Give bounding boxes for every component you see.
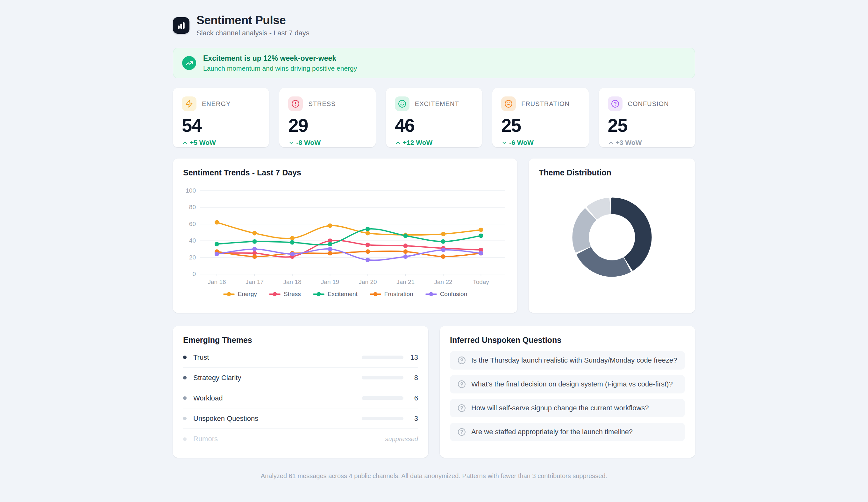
legend-item-confusion[interactable]: Confusion: [425, 291, 467, 297]
question-text: Are we staffed appropriately for the lau…: [471, 428, 633, 436]
metric-value: 25: [501, 116, 579, 135]
theme-row-unspoken-questions: Unspoken Questions3: [183, 408, 418, 429]
metric-value: 54: [182, 116, 260, 135]
insight-title: Excitement is up 12% week-over-week: [203, 54, 357, 63]
legend-item-stress[interactable]: Stress: [269, 291, 301, 297]
trending-up-icon-badge: [182, 56, 196, 70]
theme-list: Trust13Strategy Clarity8Workload6Unspoke…: [183, 347, 418, 449]
sentiment-trends-chart: 100806040200Jan 16Jan 17Jan 18Jan 19Jan …: [183, 182, 507, 289]
metric-delta: +3 WoW: [608, 139, 686, 146]
donut-chart-title: Theme Distribution: [539, 168, 685, 177]
chevron-up-icon: [395, 140, 401, 146]
svg-text:Jan 21: Jan 21: [396, 279, 415, 285]
metric-label: STRESS: [308, 100, 335, 107]
legend-item-energy[interactable]: Energy: [223, 291, 257, 297]
zap-icon: [185, 100, 193, 108]
unspoken-questions-card: Inferred Unspoken Questions Is the Thurs…: [440, 326, 695, 458]
metric-head: ENERGY: [182, 96, 260, 111]
metric-head: EXCITEMENT: [395, 96, 473, 111]
theme-label: Workload: [193, 394, 223, 402]
chart-legend: EnergyStressExcitementFrustrationConfusi…: [183, 291, 507, 297]
theme-dot: [183, 356, 187, 359]
theme-count: 13: [403, 353, 418, 362]
trending-up-icon: [186, 60, 193, 67]
legend-item-frustration[interactable]: Frustration: [370, 291, 413, 297]
emerging-themes-card: Emerging Themes Trust13Strategy Clarity8…: [173, 326, 428, 458]
question-item[interactable]: How will self-serve signup change the cu…: [450, 399, 685, 417]
metric-delta-text: -6 WoW: [509, 139, 534, 146]
legend-item-excitement[interactable]: Excitement: [313, 291, 358, 297]
theme-bar-track: [362, 356, 403, 359]
theme-row-trust: Trust13: [183, 347, 418, 368]
legend-label: Frustration: [384, 291, 413, 297]
theme-label: Unspoken Questions: [193, 415, 258, 423]
sentiment-trends-card: Sentiment Trends - Last 7 Days 100806040…: [173, 158, 517, 313]
footer-note: Analyzed 61 messages across 4 public cha…: [173, 472, 695, 480]
legend-marker-icon: [370, 292, 381, 296]
metric-delta: +12 WoW: [395, 139, 473, 146]
theme-label: Rumors: [193, 435, 218, 443]
theme-count: 8: [403, 374, 418, 382]
metric-delta: -6 WoW: [501, 139, 579, 146]
legend-marker-icon: [313, 292, 324, 296]
chevron-down-icon: [501, 140, 507, 146]
theme-distribution-donut: [571, 196, 653, 279]
theme-dot: [183, 396, 187, 400]
theme-suppressed: suppressed: [385, 436, 418, 443]
theme-row-workload: Workload6: [183, 388, 418, 408]
svg-text:Jan 20: Jan 20: [359, 279, 377, 285]
legend-label: Stress: [284, 291, 301, 297]
metric-label: CONFUSION: [628, 100, 669, 107]
theme-bar-track: [362, 396, 403, 400]
theme-bar-track: [362, 376, 403, 379]
theme-distribution-card: Theme Distribution: [529, 158, 695, 313]
legend-marker-icon: [425, 292, 437, 296]
help-circle-icon: [611, 100, 619, 108]
legend-label: Excitement: [328, 291, 358, 297]
question-item[interactable]: What's the final decision on design syst…: [450, 375, 685, 394]
theme-dot: [183, 417, 187, 420]
emerging-themes-title: Emerging Themes: [183, 335, 418, 345]
charts-row: Sentiment Trends - Last 7 Days 100806040…: [173, 158, 695, 313]
theme-row-rumors: Rumorssuppressed: [183, 429, 418, 449]
metric-delta-text: +12 WoW: [403, 139, 433, 146]
svg-text:Jan 22: Jan 22: [434, 279, 452, 285]
metric-delta: +5 WoW: [182, 139, 260, 146]
theme-label: Trust: [193, 353, 209, 362]
svg-text:Jan 16: Jan 16: [208, 279, 226, 285]
chevron-up-icon: [182, 140, 188, 146]
theme-count: 3: [403, 415, 418, 423]
metric-head: CONFUSION: [608, 96, 686, 111]
metric-delta-text: -8 WoW: [296, 139, 321, 146]
insight-text: Excitement is up 12% week-over-week Laun…: [203, 54, 357, 72]
question-list: Is the Thursday launch realistic with Su…: [450, 351, 685, 441]
legend-label: Energy: [238, 291, 257, 297]
theme-count: 6: [403, 394, 418, 402]
theme-dot: [183, 437, 187, 441]
svg-text:Jan 18: Jan 18: [283, 279, 301, 285]
header: Sentiment Pulse Slack channel analysis -…: [173, 14, 695, 37]
page-subtitle: Slack channel analysis - Last 7 days: [196, 29, 310, 37]
legend-marker-icon: [269, 292, 280, 296]
app-logo: [173, 17, 189, 34]
donut-segment-strategy-clarity: [577, 248, 630, 276]
svg-text:Jan 17: Jan 17: [246, 279, 264, 285]
question-item[interactable]: Are we staffed appropriately for the lau…: [450, 423, 685, 441]
metric-value: 29: [288, 116, 366, 135]
frown-icon: [504, 100, 513, 108]
question-item[interactable]: Is the Thursday launch realistic with Su…: [450, 351, 685, 369]
alert-circle-icon: [291, 100, 300, 108]
legend-label: Confusion: [440, 291, 467, 297]
metric-label: EXCITEMENT: [415, 100, 459, 107]
theme-dot: [183, 376, 187, 379]
svg-text:Jan 19: Jan 19: [321, 279, 339, 285]
svg-text:Today: Today: [473, 279, 489, 285]
svg-text:100: 100: [186, 187, 196, 194]
page-title: Sentiment Pulse: [196, 14, 310, 27]
unspoken-questions-title: Inferred Unspoken Questions: [450, 335, 685, 345]
help-circle-icon: [457, 404, 466, 412]
bar-chart-icon: [176, 21, 186, 30]
metric-icon-chip: [182, 96, 196, 111]
smile-icon: [398, 100, 406, 108]
metric-icon-chip: [288, 96, 303, 111]
